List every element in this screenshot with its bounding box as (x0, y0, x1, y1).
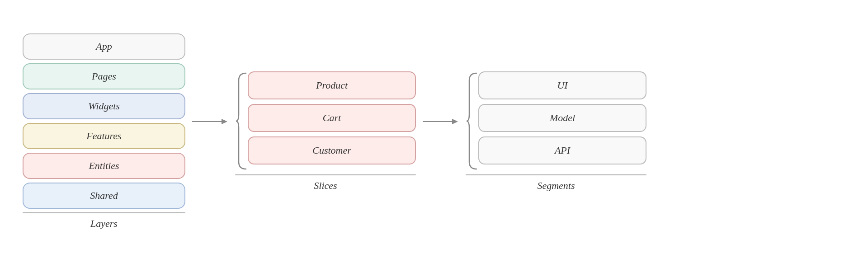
slice-product: Product (248, 71, 416, 99)
layer-features-label: Features (86, 130, 121, 141)
svg-marker-1 (222, 119, 227, 124)
layers-stack: App Pages Widgets Features Entities (23, 33, 185, 209)
svg-marker-3 (452, 119, 458, 124)
diagram: App Pages Widgets Features Entities (0, 0, 868, 263)
layer-widgets-label: Widgets (88, 100, 120, 112)
slice-customer: Customer (248, 136, 416, 164)
slices-label: Slices (314, 180, 337, 192)
segment-ui: UI (478, 71, 646, 99)
segment-api-label: API (555, 145, 570, 156)
segments-left-brace-icon (466, 71, 478, 171)
layer-pages-label: Pages (92, 70, 116, 82)
slices-items: Product Cart Customer (248, 71, 416, 171)
segments-label: Segments (537, 180, 575, 192)
layers-column: App Pages Widgets Features Entities (23, 33, 185, 230)
arrow-1-icon (192, 117, 228, 126)
segment-model: Model (478, 104, 646, 132)
arrow-2-icon (423, 117, 459, 126)
arrow-1-container (185, 117, 235, 146)
layers-label: Layers (90, 218, 118, 230)
segment-ui-label: UI (557, 80, 567, 91)
layer-shared: Shared (23, 183, 185, 209)
segments-braced: UI Model API (466, 71, 646, 171)
arrow-2-container (416, 117, 466, 146)
segments-items: UI Model API (478, 71, 646, 171)
slice-customer-label: Customer (312, 145, 351, 156)
layers-underline (23, 212, 185, 213)
layer-app: App (23, 33, 185, 60)
layer-features: Features (23, 123, 185, 149)
left-brace-icon (235, 71, 248, 171)
slice-cart-label: Cart (323, 112, 341, 123)
layer-entities: Entities (23, 153, 185, 179)
layer-shared-label: Shared (90, 190, 118, 201)
slice-product-label: Product (316, 80, 348, 91)
slices-column: Product Cart Customer Slices (235, 71, 416, 192)
segment-api: API (478, 136, 646, 164)
layer-app-label: App (96, 41, 112, 52)
segments-underline (466, 174, 646, 175)
segment-model-label: Model (550, 112, 575, 123)
layer-widgets: Widgets (23, 93, 185, 119)
slices-braced: Product Cart Customer (235, 71, 416, 171)
layer-entities-label: Entities (89, 160, 119, 171)
layer-pages: Pages (23, 63, 185, 89)
slices-underline (235, 174, 416, 175)
slice-cart: Cart (248, 104, 416, 132)
segments-column: UI Model API Segments (466, 71, 646, 192)
